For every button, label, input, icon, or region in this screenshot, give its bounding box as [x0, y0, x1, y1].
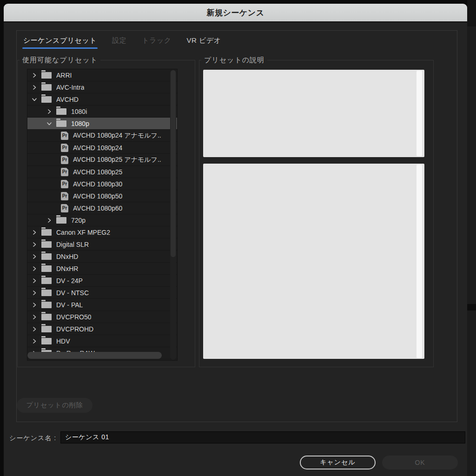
chevron-right-icon[interactable] — [31, 266, 38, 271]
chevron-right-icon[interactable] — [31, 314, 38, 320]
premiere-preset-icon: Pr — [61, 144, 68, 152]
premiere-preset-icon: Pr — [61, 204, 68, 212]
tree-row-label: AVCHD — [56, 96, 79, 103]
tree-row-label: DNxHD — [56, 253, 78, 260]
tree-row-folder[interactable]: Digital SLR — [27, 238, 177, 251]
folder-icon — [41, 253, 52, 260]
tree-row-preset[interactable]: PrAVCHD 1080p60 — [27, 202, 177, 214]
cancel-label: キャンセル — [320, 458, 356, 467]
sequence-name-input[interactable] — [60, 431, 465, 443]
tree-row-folder[interactable]: 1080i — [27, 106, 177, 118]
chevron-right-icon[interactable] — [31, 278, 38, 284]
sequence-name-label: シーケンス名 : — [9, 434, 56, 443]
preset-description-legend: プリセットの説明 — [201, 56, 267, 65]
folder-icon — [41, 72, 52, 79]
chevron-right-icon[interactable] — [31, 242, 38, 247]
tree-row-label: ARRI — [56, 72, 72, 79]
tree-row-preset[interactable]: PrAVCHD 1080p30 — [27, 178, 177, 190]
folder-icon — [41, 314, 52, 320]
chevron-right-icon[interactable] — [31, 290, 38, 296]
chevron-right-icon[interactable] — [31, 254, 38, 259]
chevron-right-icon[interactable] — [31, 230, 38, 235]
app-background-band — [467, 0, 476, 26]
tree-row-label: AVCHD 1080p25 アナモルフ.. — [73, 156, 161, 164]
tree-row-label: AVCHD 1080p24 — [73, 144, 122, 152]
preset-description-box-2 — [203, 164, 424, 359]
tree-row-folder[interactable]: DVCPROHD — [27, 323, 177, 335]
tree-row-label: DNxHR — [56, 265, 78, 272]
tree-row-label: 1080i — [71, 108, 87, 115]
folder-icon — [41, 241, 52, 248]
tree-row-folder[interactable]: Canon XF MPEG2 — [27, 226, 177, 238]
folder-icon — [41, 290, 52, 296]
chevron-down-icon[interactable] — [46, 121, 53, 126]
cancel-button[interactable]: キャンセル — [300, 456, 376, 469]
tree-row-preset[interactable]: PrAVCHD 1080p50 — [27, 190, 177, 202]
folder-icon — [41, 96, 52, 103]
chevron-right-icon[interactable] — [46, 109, 53, 114]
tree-vertical-scrollbar-thumb[interactable] — [171, 70, 176, 257]
tree-row-label: AVCHD 1080p30 — [73, 180, 122, 188]
new-sequence-dialog: 新規シーケンス シーケンスプリセット 設定 トラック VR ビデオ 使用可能なプ… — [4, 4, 467, 476]
folder-icon — [41, 326, 52, 332]
tree-row-folder[interactable]: 1080p — [27, 118, 177, 130]
chevron-right-icon[interactable] — [31, 85, 38, 90]
tree-row-folder[interactable]: AVCHD — [27, 93, 177, 106]
tree-row-folder[interactable]: 720p — [27, 214, 177, 226]
preset-tree: ARRIAVC-IntraAVCHD1080i1080pPrAVCHD 1080… — [27, 69, 178, 361]
tree-row-label: DVCPRO50 — [56, 313, 91, 321]
folder-icon — [56, 120, 66, 127]
app-background-divider — [467, 304, 476, 311]
tree-horizontal-scrollbar-thumb[interactable] — [27, 352, 162, 359]
tree-row-folder[interactable]: HDV — [27, 335, 177, 347]
tree-row-preset[interactable]: PrAVCHD 1080p25 アナモルフ.. — [27, 154, 177, 166]
tab-tracks[interactable]: トラック — [142, 36, 171, 49]
tree-row-folder[interactable]: ARRI — [27, 69, 177, 81]
chevron-right-icon[interactable] — [31, 73, 38, 78]
tree-row-label: Canon XF MPEG2 — [56, 229, 110, 236]
tab-bar: シーケンスプリセット 設定 トラック VR ビデオ — [23, 36, 221, 49]
chevron-down-icon[interactable] — [31, 97, 38, 102]
dialog-titlebar[interactable]: 新規シーケンス — [4, 4, 467, 22]
app-background — [467, 0, 476, 476]
premiere-preset-icon: Pr — [61, 180, 68, 188]
ok-button[interactable]: OK — [382, 456, 458, 469]
chevron-right-icon[interactable] — [31, 326, 38, 332]
folder-icon — [41, 278, 52, 284]
screen: 新規シーケンス シーケンスプリセット 設定 トラック VR ビデオ 使用可能なプ… — [0, 0, 476, 476]
folder-icon — [41, 338, 52, 344]
tree-row-preset[interactable]: PrAVCHD 1080p24 アナモルフ.. — [27, 130, 177, 142]
tree-row-folder[interactable]: DV - NTSC — [27, 287, 177, 299]
tree-row-folder[interactable]: DNxHR — [27, 263, 177, 275]
tree-row-label: 720p — [71, 217, 86, 224]
tab-settings[interactable]: 設定 — [112, 36, 126, 49]
tree-row-folder[interactable]: DV - PAL — [27, 299, 177, 311]
tree-row-label: DVCPROHD — [56, 325, 93, 333]
delete-preset-button[interactable]: プリセットの削除 — [17, 398, 93, 413]
tree-row-folder[interactable]: AVC-Intra — [27, 81, 177, 93]
tab-sequence-presets[interactable]: シーケンスプリセット — [23, 36, 97, 49]
tree-row-label: AVCHD 1080p60 — [73, 205, 122, 212]
folder-icon — [41, 302, 52, 308]
available-presets-legend: 使用可能なプリセット — [20, 56, 100, 65]
tab-vr-video[interactable]: VR ビデオ — [187, 36, 221, 49]
folder-icon — [41, 265, 52, 272]
premiere-preset-icon: Pr — [61, 168, 68, 176]
tree-row-label: DV - PAL — [56, 301, 83, 309]
premiere-preset-icon: Pr — [61, 156, 68, 164]
chevron-right-icon[interactable] — [31, 302, 38, 308]
tree-row-folder[interactable]: DVCPRO50 — [27, 311, 177, 323]
chevron-right-icon[interactable] — [31, 338, 38, 344]
tree-row-label: 1080p — [71, 120, 89, 127]
tree-row-label: DV - NTSC — [56, 289, 89, 297]
folder-icon — [56, 217, 66, 224]
dialog-title: 新規シーケンス — [206, 7, 264, 18]
chevron-right-icon[interactable] — [46, 218, 53, 223]
tree-row-folder[interactable]: DNxHD — [27, 251, 177, 263]
tree-row-label: AVC-Intra — [56, 84, 84, 91]
tree-row-label: DV - 24P — [56, 277, 83, 284]
tree-row-preset[interactable]: PrAVCHD 1080p24 — [27, 142, 177, 154]
tree-row-preset[interactable]: PrAVCHD 1080p25 — [27, 166, 177, 178]
tree-row-folder[interactable]: DV - 24P — [27, 275, 177, 287]
premiere-preset-icon: Pr — [61, 192, 68, 200]
